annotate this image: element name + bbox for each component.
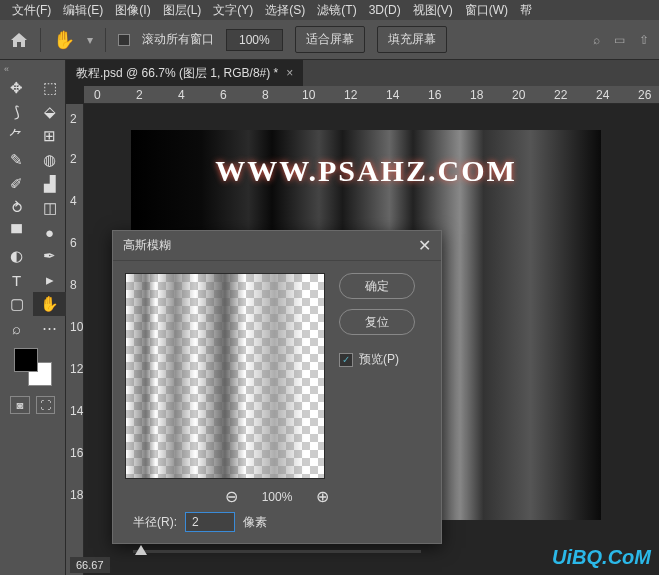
- fit-screen-button[interactable]: 适合屏幕: [295, 26, 365, 53]
- menu-file[interactable]: 文件(F): [8, 0, 55, 21]
- zoom-status[interactable]: 66.67: [70, 557, 110, 573]
- toolbox: « ✥ ⬚ ⟆ ⬙ ⺈ ⊞ ✎ ◍ ✐ ▟ ⥁ ◫ ▀ ● ◐ ✒ T ▸ ▢ …: [0, 60, 66, 575]
- ruler-mark: 2: [136, 88, 143, 102]
- frame-tool-icon[interactable]: ⊞: [33, 124, 66, 148]
- menu-help[interactable]: 帮: [516, 0, 536, 21]
- ruler-mark: 12: [70, 362, 83, 376]
- ok-button[interactable]: 确定: [339, 273, 415, 299]
- ruler-mark: 2: [70, 112, 77, 126]
- fill-screen-button[interactable]: 填充屏幕: [377, 26, 447, 53]
- preview-label: 预览(P): [359, 351, 399, 368]
- ruler-mark: 14: [386, 88, 399, 102]
- zoom-tool-icon[interactable]: ⌕: [0, 316, 33, 340]
- heal-tool-icon[interactable]: ◍: [33, 148, 66, 172]
- menu-bar: 文件(F) 编辑(E) 图像(I) 图层(L) 文字(Y) 选择(S) 滤镜(T…: [0, 0, 659, 20]
- ruler-mark: 6: [70, 236, 77, 250]
- ruler-mark: 4: [178, 88, 185, 102]
- screen-mode-icon[interactable]: ⛶: [36, 396, 56, 414]
- radius-unit: 像素: [243, 514, 267, 531]
- hand-tool-icon[interactable]: ✋: [33, 292, 66, 316]
- shape-tool-icon[interactable]: ▢: [0, 292, 33, 316]
- ruler-mark: 10: [302, 88, 315, 102]
- ruler-mark: 22: [554, 88, 567, 102]
- stamp-tool-icon[interactable]: ▟: [33, 172, 66, 196]
- ruler-mark: 18: [470, 88, 483, 102]
- hand-tool-icon[interactable]: ✋: [53, 29, 75, 51]
- divider: [40, 28, 41, 52]
- ruler-mark: 24: [596, 88, 609, 102]
- blur-tool-icon[interactable]: ●: [33, 220, 66, 244]
- zoom-in-icon[interactable]: ⊕: [316, 487, 329, 506]
- ruler-mark: 16: [70, 446, 83, 460]
- horizontal-ruler: 0 2 4 6 8 10 12 14 16 18 20 22 24 26: [84, 86, 659, 104]
- dialog-title: 高斯模糊: [123, 237, 171, 254]
- preview-checkbox[interactable]: ✓: [339, 353, 353, 367]
- ruler-mark: 10: [70, 320, 83, 334]
- menu-select[interactable]: 选择(S): [261, 0, 309, 21]
- menu-view[interactable]: 视图(V): [409, 0, 457, 21]
- document-tab[interactable]: 教程.psd @ 66.7% (图层 1, RGB/8#) * ×: [66, 60, 303, 87]
- path-select-tool-icon[interactable]: ▸: [33, 268, 66, 292]
- ruler-mark: 12: [344, 88, 357, 102]
- menu-window[interactable]: 窗口(W): [461, 0, 512, 21]
- slider-thumb[interactable]: [135, 545, 147, 555]
- gradient-tool-icon[interactable]: ▀: [0, 220, 33, 244]
- vertical-ruler: 2 2 4 6 8 10 12 14 16 18: [66, 104, 84, 575]
- quick-select-tool-icon[interactable]: ⬙: [33, 100, 66, 124]
- menu-type[interactable]: 文字(Y): [209, 0, 257, 21]
- radius-slider[interactable]: [133, 542, 421, 558]
- pen-tool-icon[interactable]: ✒: [33, 244, 66, 268]
- ruler-mark: 14: [70, 404, 83, 418]
- dropdown-icon[interactable]: ▾: [87, 33, 93, 47]
- slider-track: [133, 550, 421, 553]
- marquee-tool-icon[interactable]: ⬚: [33, 76, 66, 100]
- quick-mask-icon[interactable]: ◙: [10, 396, 30, 414]
- ruler-mark: 16: [428, 88, 441, 102]
- eyedropper-tool-icon[interactable]: ✎: [0, 148, 33, 172]
- filter-preview[interactable]: [125, 273, 325, 479]
- ruler-mark: 2: [70, 152, 77, 166]
- menu-filter[interactable]: 滤镜(T): [313, 0, 360, 21]
- move-tool-icon[interactable]: ✥: [0, 76, 33, 100]
- menu-3d[interactable]: 3D(D): [365, 1, 405, 19]
- document-tabs: 教程.psd @ 66.7% (图层 1, RGB/8#) * ×: [66, 60, 659, 86]
- scroll-all-checkbox[interactable]: [118, 34, 130, 46]
- collapse-icon[interactable]: «: [0, 64, 65, 76]
- lasso-tool-icon[interactable]: ⟆: [0, 100, 33, 124]
- ruler-mark: 20: [512, 88, 525, 102]
- menu-edit[interactable]: 编辑(E): [59, 0, 107, 21]
- home-icon[interactable]: [10, 32, 28, 48]
- ruler-mark: 18: [70, 488, 83, 502]
- search-icon[interactable]: ⌕: [593, 33, 600, 47]
- share-icon[interactable]: ⇧: [639, 33, 649, 47]
- menu-image[interactable]: 图像(I): [111, 0, 154, 21]
- color-swatches: [0, 340, 65, 392]
- preview-zoom: 100%: [262, 490, 293, 504]
- reset-button[interactable]: 复位: [339, 309, 415, 335]
- history-brush-tool-icon[interactable]: ⥁: [0, 196, 33, 220]
- close-tab-icon[interactable]: ×: [286, 66, 293, 80]
- radius-input[interactable]: [185, 512, 235, 532]
- eraser-tool-icon[interactable]: ◫: [33, 196, 66, 220]
- radius-label: 半径(R):: [133, 514, 177, 531]
- zoom-out-icon[interactable]: ⊖: [225, 487, 238, 506]
- document-tab-title: 教程.psd @ 66.7% (图层 1, RGB/8#) *: [76, 65, 278, 82]
- dodge-tool-icon[interactable]: ◐: [0, 244, 33, 268]
- options-bar: ✋ ▾ 滚动所有窗口 100% 适合屏幕 填充屏幕 ⌕ ▭ ⇧: [0, 20, 659, 60]
- close-icon[interactable]: ✕: [418, 236, 431, 255]
- more-tools-icon[interactable]: ⋯: [33, 316, 66, 340]
- foreground-color-swatch[interactable]: [14, 348, 38, 372]
- ruler-mark: 0: [94, 88, 101, 102]
- scroll-all-label: 滚动所有窗口: [142, 31, 214, 48]
- workspace-icon[interactable]: ▭: [614, 33, 625, 47]
- zoom-level[interactable]: 100%: [226, 29, 283, 51]
- gaussian-blur-dialog: 高斯模糊 ✕ 确定 复位 ✓ 预览(P) ⊖ 100% ⊕ 半径(R): 像素: [112, 230, 442, 544]
- crop-tool-icon[interactable]: ⺈: [0, 124, 33, 148]
- brush-tool-icon[interactable]: ✐: [0, 172, 33, 196]
- ruler-mark: 8: [262, 88, 269, 102]
- ruler-mark: 26: [638, 88, 651, 102]
- type-tool-icon[interactable]: T: [0, 268, 33, 292]
- menu-layer[interactable]: 图层(L): [159, 0, 206, 21]
- divider: [105, 28, 106, 52]
- dialog-titlebar[interactable]: 高斯模糊 ✕: [113, 231, 441, 261]
